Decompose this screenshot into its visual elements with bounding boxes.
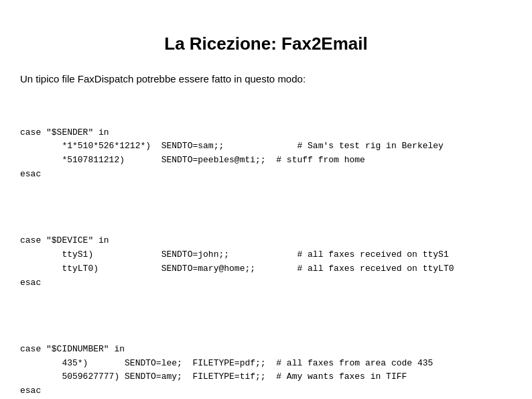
code-block: case "$SENDER" in *1*510*526*1212*) SEND… xyxy=(20,98,512,399)
code-section-device: case "$DEVICE" in ttyS1) SENDTO=john;; #… xyxy=(20,234,512,290)
page-title: La Ricezione: Fax2Email xyxy=(20,34,512,54)
code-section-cidnumber: case "$CIDNUMBER" in 435*) SENDTO=lee; F… xyxy=(20,343,512,398)
code-section-sender: case "$SENDER" in *1*510*526*1212*) SEND… xyxy=(20,126,512,182)
intro-text: Un tipico file FaxDispatch potrebbe esse… xyxy=(20,73,512,84)
